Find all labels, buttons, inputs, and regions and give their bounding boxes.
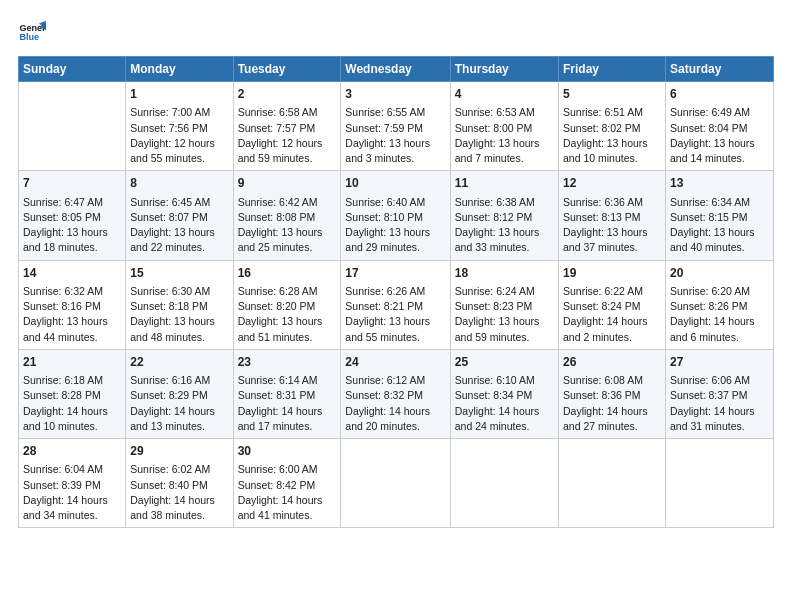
day-info-line: and 41 minutes.	[238, 508, 337, 523]
day-number: 2	[238, 86, 337, 103]
day-cell: 13Sunrise: 6:34 AMSunset: 8:15 PMDayligh…	[665, 171, 773, 260]
day-number: 12	[563, 175, 661, 192]
day-info-line: Sunrise: 6:38 AM	[455, 195, 554, 210]
svg-text:Blue: Blue	[19, 32, 39, 42]
calendar-table: SundayMondayTuesdayWednesdayThursdayFrid…	[18, 56, 774, 528]
day-cell: 8Sunrise: 6:45 AMSunset: 8:07 PMDaylight…	[126, 171, 233, 260]
day-cell: 14Sunrise: 6:32 AMSunset: 8:16 PMDayligh…	[19, 260, 126, 349]
day-info-line: Daylight: 13 hours	[130, 314, 228, 329]
day-info-line: Sunset: 8:34 PM	[455, 388, 554, 403]
day-number: 1	[130, 86, 228, 103]
day-info-line: Daylight: 14 hours	[455, 404, 554, 419]
day-info-line: Daylight: 14 hours	[670, 314, 769, 329]
day-number: 11	[455, 175, 554, 192]
day-info-line: Sunrise: 6:00 AM	[238, 462, 337, 477]
day-info-line: Daylight: 13 hours	[455, 314, 554, 329]
day-info-line: Sunrise: 6:22 AM	[563, 284, 661, 299]
day-cell	[558, 439, 665, 528]
day-info-line: Sunrise: 6:28 AM	[238, 284, 337, 299]
day-number: 7	[23, 175, 121, 192]
day-info-line: and 13 minutes.	[130, 419, 228, 434]
day-number: 15	[130, 265, 228, 282]
day-info-line: Sunrise: 6:34 AM	[670, 195, 769, 210]
day-cell	[341, 439, 450, 528]
day-cell: 28Sunrise: 6:04 AMSunset: 8:39 PMDayligh…	[19, 439, 126, 528]
day-info-line: Daylight: 14 hours	[130, 404, 228, 419]
day-info-line: Daylight: 12 hours	[238, 136, 337, 151]
day-info-line: Sunset: 8:05 PM	[23, 210, 121, 225]
day-header: Sunday	[19, 57, 126, 82]
day-cell: 20Sunrise: 6:20 AMSunset: 8:26 PMDayligh…	[665, 260, 773, 349]
day-number: 8	[130, 175, 228, 192]
day-cell: 10Sunrise: 6:40 AMSunset: 8:10 PMDayligh…	[341, 171, 450, 260]
day-number: 23	[238, 354, 337, 371]
day-info-line: and 55 minutes.	[130, 151, 228, 166]
day-cell	[450, 439, 558, 528]
day-cell: 18Sunrise: 6:24 AMSunset: 8:23 PMDayligh…	[450, 260, 558, 349]
day-info-line: Daylight: 13 hours	[238, 225, 337, 240]
day-info-line: and 17 minutes.	[238, 419, 337, 434]
day-info-line: Sunrise: 6:06 AM	[670, 373, 769, 388]
day-info-line: and 37 minutes.	[563, 240, 661, 255]
day-info-line: Daylight: 13 hours	[563, 225, 661, 240]
header: General Blue	[18, 18, 774, 46]
day-info-line: Sunset: 8:18 PM	[130, 299, 228, 314]
day-info-line: and 33 minutes.	[455, 240, 554, 255]
day-info-line: Sunset: 8:40 PM	[130, 478, 228, 493]
day-info-line: and 18 minutes.	[23, 240, 121, 255]
day-info-line: Sunrise: 6:51 AM	[563, 105, 661, 120]
day-info-line: Sunset: 8:42 PM	[238, 478, 337, 493]
week-row: 14Sunrise: 6:32 AMSunset: 8:16 PMDayligh…	[19, 260, 774, 349]
day-info-line: Daylight: 13 hours	[23, 314, 121, 329]
day-cell: 9Sunrise: 6:42 AMSunset: 8:08 PMDaylight…	[233, 171, 341, 260]
day-info-line: Daylight: 13 hours	[563, 136, 661, 151]
day-info-line: and 25 minutes.	[238, 240, 337, 255]
day-info-line: Sunset: 8:36 PM	[563, 388, 661, 403]
day-info-line: and 48 minutes.	[130, 330, 228, 345]
day-info-line: Daylight: 14 hours	[238, 493, 337, 508]
day-cell: 6Sunrise: 6:49 AMSunset: 8:04 PMDaylight…	[665, 82, 773, 171]
day-cell: 15Sunrise: 6:30 AMSunset: 8:18 PMDayligh…	[126, 260, 233, 349]
day-info-line: Sunrise: 6:10 AM	[455, 373, 554, 388]
page: General Blue SundayMondayTuesdayWednesda…	[0, 0, 792, 538]
day-info-line: Sunset: 8:02 PM	[563, 121, 661, 136]
day-info-line: Sunset: 8:39 PM	[23, 478, 121, 493]
day-number: 30	[238, 443, 337, 460]
day-cell: 22Sunrise: 6:16 AMSunset: 8:29 PMDayligh…	[126, 349, 233, 438]
day-cell: 5Sunrise: 6:51 AMSunset: 8:02 PMDaylight…	[558, 82, 665, 171]
day-number: 20	[670, 265, 769, 282]
day-info-line: and 20 minutes.	[345, 419, 445, 434]
day-number: 17	[345, 265, 445, 282]
day-number: 9	[238, 175, 337, 192]
day-info-line: Daylight: 13 hours	[670, 136, 769, 151]
day-info-line: Sunrise: 6:40 AM	[345, 195, 445, 210]
day-number: 5	[563, 86, 661, 103]
day-info-line: and 59 minutes.	[238, 151, 337, 166]
day-cell: 3Sunrise: 6:55 AMSunset: 7:59 PMDaylight…	[341, 82, 450, 171]
day-cell: 29Sunrise: 6:02 AMSunset: 8:40 PMDayligh…	[126, 439, 233, 528]
day-cell	[665, 439, 773, 528]
day-info-line: Sunset: 8:24 PM	[563, 299, 661, 314]
day-info-line: Sunset: 8:07 PM	[130, 210, 228, 225]
day-cell: 7Sunrise: 6:47 AMSunset: 8:05 PMDaylight…	[19, 171, 126, 260]
week-row: 1Sunrise: 7:00 AMSunset: 7:56 PMDaylight…	[19, 82, 774, 171]
day-info-line: Sunset: 8:12 PM	[455, 210, 554, 225]
day-info-line: and 40 minutes.	[670, 240, 769, 255]
day-info-line: Daylight: 13 hours	[130, 225, 228, 240]
day-info-line: Daylight: 14 hours	[345, 404, 445, 419]
day-info-line: Sunset: 7:57 PM	[238, 121, 337, 136]
day-info-line: Sunset: 8:15 PM	[670, 210, 769, 225]
logo: General Blue	[18, 18, 46, 46]
day-info-line: and 10 minutes.	[563, 151, 661, 166]
day-info-line: Sunset: 8:32 PM	[345, 388, 445, 403]
day-info-line: Daylight: 13 hours	[345, 225, 445, 240]
day-cell: 26Sunrise: 6:08 AMSunset: 8:36 PMDayligh…	[558, 349, 665, 438]
day-info-line: Sunrise: 6:08 AM	[563, 373, 661, 388]
day-info-line: and 44 minutes.	[23, 330, 121, 345]
day-info-line: Daylight: 14 hours	[238, 404, 337, 419]
day-number: 28	[23, 443, 121, 460]
day-info-line: and 2 minutes.	[563, 330, 661, 345]
day-number: 18	[455, 265, 554, 282]
day-info-line: Sunrise: 6:02 AM	[130, 462, 228, 477]
day-number: 22	[130, 354, 228, 371]
